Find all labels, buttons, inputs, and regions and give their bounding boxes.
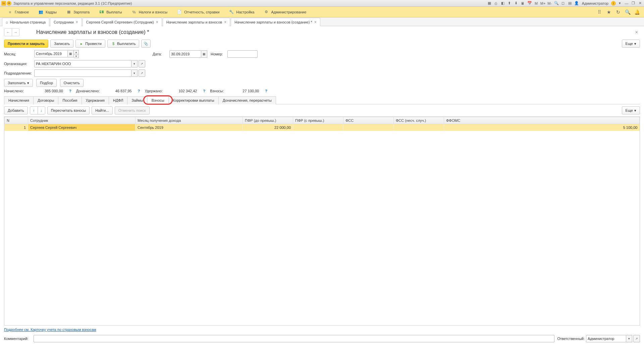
- nav-label: Кадры: [46, 10, 57, 14]
- close-icon[interactable]: ×: [156, 20, 158, 24]
- nav-label: Налоги и взносы: [139, 10, 168, 14]
- star-icon[interactable]: ★: [606, 9, 612, 15]
- tab-employees[interactable]: Сотрудники ×: [50, 18, 82, 26]
- app-icon: 1c: [1, 1, 6, 6]
- percent-icon: %: [131, 9, 137, 15]
- search-nav-icon[interactable]: 🔍: [625, 9, 631, 15]
- titlebar-right: ▦ ⎙ ◧ ⬆ ⬇ 🖩 📅 M M+ M- 🔍 ◻ ▤ 👤 Администра…: [487, 1, 643, 6]
- tb-icon-box[interactable]: ◻: [560, 1, 566, 6]
- apps-icon[interactable]: ⠿: [596, 9, 602, 15]
- close-icon[interactable]: ×: [314, 20, 317, 24]
- nav-label: Отчетность, справки: [184, 10, 219, 14]
- nav-label: Настройка: [236, 10, 254, 14]
- app-menu-dropdown-icon[interactable]: ▾: [7, 1, 11, 6]
- info-icon[interactable]: i: [611, 1, 616, 6]
- m-plus-icon[interactable]: M+: [540, 1, 546, 6]
- tab-employee-detail[interactable]: Сергеев Сергей Сергеевич (Сотрудник) ×: [83, 18, 162, 26]
- tab-label: Начисление зарплаты и взносов: [166, 20, 222, 24]
- tab-label: Сотрудники: [54, 20, 74, 24]
- doc-icon: 📄: [177, 9, 182, 15]
- window-title: Зарплата и управление персоналом, редакц…: [13, 1, 487, 5]
- nav-vyplaty[interactable]: 💵Выплаты: [94, 7, 126, 17]
- nav-otchetnost[interactable]: 📄Отчетность, справки: [172, 7, 224, 17]
- gear-icon: ⚙: [264, 9, 269, 15]
- maximize-icon[interactable]: ❐: [631, 1, 636, 6]
- minimize-icon[interactable]: —: [624, 1, 629, 6]
- home-icon: ⌂: [6, 20, 8, 24]
- calc-icon[interactable]: 🖩: [520, 1, 526, 6]
- search-icon[interactable]: 🔍: [554, 1, 559, 6]
- info-dropdown-icon[interactable]: ▾: [617, 1, 623, 6]
- history-icon[interactable]: ↻: [615, 9, 621, 15]
- m-minus-icon[interactable]: M-: [547, 1, 552, 6]
- nav-main[interactable]: ≡Главное: [3, 7, 34, 17]
- tb-icon-5[interactable]: ⬇: [514, 1, 519, 6]
- calendar-icon[interactable]: 📅: [527, 1, 532, 6]
- nav-label: Главное: [15, 10, 29, 14]
- tabs-bar: ⌂ Начальная страница Сотрудники × Сергее…: [0, 17, 644, 26]
- nav-label: Зарплата: [73, 10, 90, 14]
- tb-icon-4[interactable]: ⬆: [507, 1, 512, 6]
- nav-label: Выплаты: [106, 10, 122, 14]
- tab-label: Сергеев Сергей Сергеевич (Сотрудник): [86, 20, 154, 24]
- nav-nastroika[interactable]: 🔧Настройка: [224, 7, 259, 17]
- cash-icon: 💵: [99, 9, 104, 15]
- tab-label: Начальная страница: [10, 20, 46, 24]
- titlebar: 1c ▾ Зарплата и управление персоналом, р…: [0, 0, 644, 7]
- wrench-icon: 🔧: [229, 9, 234, 15]
- close-icon[interactable]: ×: [76, 20, 78, 24]
- nav-label: Администрирование: [271, 10, 306, 14]
- tab-accrual-create[interactable]: Начисление зарплаты и взносов (создание)…: [231, 18, 320, 26]
- tab-label: Начисление зарплаты и взносов (создание)…: [234, 20, 312, 24]
- close-icon[interactable]: ×: [224, 20, 226, 24]
- admin-label: Администратор: [582, 1, 608, 5]
- nav-right: ⠿ ★ ↻ 🔍 🔔: [596, 9, 641, 15]
- user-icon: 👤: [574, 1, 579, 6]
- people-icon: 👥: [38, 9, 44, 15]
- nav-admin[interactable]: ⚙Администрирование: [259, 7, 311, 17]
- print-icon[interactable]: ⎙: [493, 1, 499, 6]
- tb-icon-3[interactable]: ◧: [500, 1, 505, 6]
- tb-icon-lines[interactable]: ▤: [567, 1, 573, 6]
- nav-nalogi[interactable]: %Налоги и взносы: [127, 7, 172, 17]
- bell-icon[interactable]: 🔔: [634, 9, 640, 15]
- tb-icon-1[interactable]: ▦: [487, 1, 492, 6]
- close-window-icon[interactable]: ✕: [637, 1, 643, 6]
- tab-accruals-list[interactable]: Начисление зарплаты и взносов ×: [163, 18, 230, 26]
- menu-icon: ≡: [7, 9, 13, 15]
- nav-zarplata[interactable]: ▦Зарплата: [61, 7, 94, 17]
- m-icon[interactable]: M: [534, 1, 539, 6]
- tab-home[interactable]: ⌂ Начальная страница: [2, 18, 49, 26]
- table-icon: ▦: [66, 9, 71, 15]
- nav-kadry[interactable]: 👥Кадры: [34, 7, 61, 17]
- main-nav: ≡Главное 👥Кадры ▦Зарплата 💵Выплаты %Нало…: [0, 7, 644, 17]
